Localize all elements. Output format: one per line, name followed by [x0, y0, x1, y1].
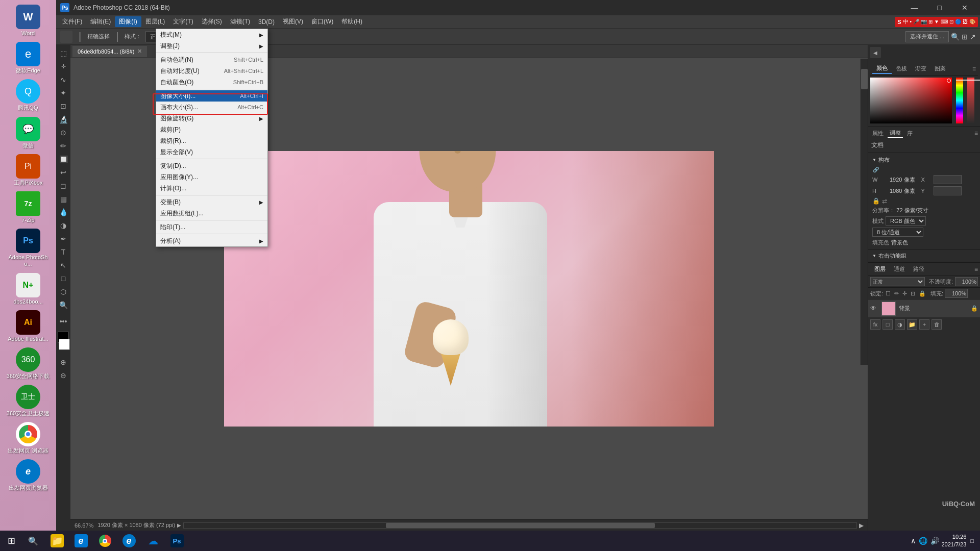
image-dropdown-menu: 模式(M) ▶ 调整(J) ▶ 自动色调(N) Shift+Ctrl+L 自动对…: [156, 29, 268, 247]
icon-label-edge: 微软Edge: [16, 67, 40, 74]
taskbar-tray: ∧ 🌐 🔊: [911, 537, 939, 545]
desktop-icon-ai[interactable]: Ai Adobe Illustrat...: [3, 308, 54, 344]
analysis-arrow: ▶: [259, 238, 263, 244]
canvas-size-label: 画布大小(S)...: [160, 103, 198, 112]
crop-label: 裁剪(P): [160, 126, 181, 134]
sep5: [156, 220, 267, 220]
image-size-label: 图像大小(I)...: [160, 92, 195, 101]
menu-analysis[interactable]: 分析(A) ▶: [156, 235, 267, 246]
ps-taskbar-icon: Ps: [170, 534, 184, 547]
desktop-icon-ps[interactable]: Ps Adobe PhotoSho...: [3, 227, 54, 269]
taskbar-items: 📁 e e ☁ Ps: [43, 531, 190, 551]
menu-image-size[interactable]: 图像大小(I)... Alt+Ctrl+I: [156, 90, 267, 102]
desktop-icon-chrome[interactable]: 出发网页 浏览器: [3, 420, 54, 456]
icon-label-360net: 360安全网络下载: [7, 373, 50, 380]
desktop-icon-7zip[interactable]: 7z 7-Zip: [3, 189, 54, 226]
notification-icon[interactable]: □: [968, 538, 976, 544]
trim-label: 裁切(R)...: [160, 137, 186, 145]
taskbar-ie[interactable]: e: [117, 531, 140, 551]
adjustments-arrow: ▶: [259, 43, 263, 49]
menu-canvas-size[interactable]: 画布大小(S)... Alt+Ctrl+C: [156, 102, 267, 113]
icon-label-ai: Adobe Illustrat...: [8, 336, 48, 342]
trap-label: 陷印(T)...: [160, 223, 185, 232]
desktop-icon-edge[interactable]: e 微软Edge: [3, 40, 54, 76]
icon-label-7zip: 7-Zip: [21, 217, 34, 223]
chrome-icon: [99, 534, 112, 547]
auto-contrast-shortcut: Alt+Shift+Ctrl+L: [224, 68, 263, 74]
desktop-icon-pixbox[interactable]: Pi 工具PiXbox: [3, 152, 54, 188]
image-rotate-label: 图像旋转(G): [160, 114, 193, 123]
variables-label: 变量(B): [160, 198, 181, 207]
menu-reveal-all[interactable]: 显示全部(V): [156, 146, 267, 158]
desktop-icon-ie[interactable]: e 出发网页浏览器: [3, 457, 54, 493]
ie-icon: e: [122, 534, 136, 547]
reveal-all-label: 显示全部(V): [160, 148, 193, 157]
edge-icon: e: [75, 534, 88, 547]
canvas-size-shortcut: Alt+Ctrl+C: [237, 104, 263, 110]
menu-trap[interactable]: 陷印(T)...: [156, 221, 267, 233]
desktop-icon-wechat[interactable]: 💬 微信: [3, 115, 54, 151]
menu-adjustments-label: 调整(J): [160, 42, 180, 51]
sep2: [156, 89, 267, 89]
menu-crop[interactable]: 裁剪(P): [156, 124, 267, 135]
desktop-icon-word[interactable]: W Word: [3, 3, 54, 39]
icon-label-npp: dbs24boo...: [13, 298, 43, 305]
search-icon: 🔍: [28, 536, 38, 546]
context-menu-overlay: 模式(M) ▶ 调整(J) ▶ 自动色调(N) Shift+Ctrl+L 自动对…: [56, 0, 980, 531]
menu-auto-tone[interactable]: 自动色调(N) Shift+Ctrl+L: [156, 54, 267, 65]
icon-label-word: Word: [21, 30, 35, 37]
icon-label-ie: 出发网页浏览器: [9, 485, 48, 491]
calculations-label: 计算(O)...: [160, 184, 186, 193]
sep1: [156, 53, 267, 53]
explorer-icon: 📁: [51, 534, 64, 547]
menu-variables[interactable]: 变量(B) ▶: [156, 196, 267, 208]
menu-auto-contrast[interactable]: 自动对比度(U) Alt+Shift+Ctrl+L: [156, 65, 267, 77]
auto-color-shortcut: Shift+Ctrl+B: [233, 79, 263, 85]
taskbar-right: ∧ 🌐 🔊 10:26 2021/7/23 □: [911, 533, 980, 549]
sep3: [156, 159, 267, 159]
duplicate-label: 复制(D)...: [160, 162, 186, 170]
sep4: [156, 195, 267, 195]
rotate-arrow: ▶: [259, 116, 263, 121]
taskbar: ⊞ 🔍 📁 e e ☁: [0, 531, 980, 551]
taskbar-ps[interactable]: Ps: [165, 531, 188, 551]
tray-expand-icon[interactable]: ∧: [911, 537, 916, 545]
menu-calculations[interactable]: 计算(O)...: [156, 183, 267, 194]
tray-volume-icon[interactable]: 🔊: [930, 537, 939, 545]
desktop: W Word e 微软Edge Q 腾讯QQ 💬 微信: [0, 0, 980, 531]
taskbar-chrome[interactable]: [93, 531, 116, 551]
mode-arrow: ▶: [259, 32, 263, 38]
apply-image-label: 应用图像(Y)...: [160, 173, 198, 182]
taskbar-edge[interactable]: e: [69, 531, 92, 551]
apply-data-label: 应用数据组(L)...: [160, 209, 204, 218]
icon-label-wechat: 微信: [22, 142, 34, 149]
menu-image-rotate[interactable]: 图像旋转(G) ▶: [156, 113, 267, 124]
menu-apply-image[interactable]: 应用图像(Y)...: [156, 171, 267, 183]
taskbar-onedrive[interactable]: ☁: [141, 531, 164, 551]
image-size-shortcut: Alt+Ctrl+I: [240, 93, 263, 99]
desktop-icon-npp[interactable]: N+ dbs24boo...: [3, 271, 54, 307]
menu-duplicate[interactable]: 复制(D)...: [156, 160, 267, 171]
clock-date: 2021/7/23: [941, 541, 966, 548]
menu-trim[interactable]: 裁切(R)...: [156, 135, 267, 146]
taskbar-clock[interactable]: 10:26 2021/7/23: [941, 533, 966, 549]
desktop-icons-container: W Word e 微软Edge Q 腾讯QQ 💬 微信: [0, 0, 56, 531]
tray-network-icon[interactable]: 🌐: [919, 537, 927, 545]
photoshop-window: Ps Adobe Photoshop CC 2018 (64-Bit) — □ …: [56, 0, 980, 531]
desktop-icon-360net[interactable]: 360 360安全网络下载: [3, 345, 54, 382]
variables-arrow: ▶: [259, 199, 263, 205]
auto-tone-shortcut: Shift+Ctrl+L: [234, 57, 263, 63]
icon-label-360safe: 360安全卫士极速: [7, 410, 50, 417]
menu-adjustments[interactable]: 调整(J) ▶: [156, 40, 267, 52]
desktop-icon-qq[interactable]: Q 腾讯QQ: [3, 77, 54, 113]
taskbar-search-button[interactable]: 🔍: [23, 531, 43, 551]
desktop-icon-360safe[interactable]: 卫士 360安全卫士极速: [3, 383, 54, 419]
start-button[interactable]: ⊞: [0, 531, 23, 551]
auto-color-label: 自动颜色(O): [160, 78, 193, 87]
taskbar-explorer[interactable]: 📁: [45, 531, 68, 551]
menu-mode[interactable]: 模式(M) ▶: [156, 29, 267, 40]
menu-mode-label: 模式(M): [160, 31, 182, 39]
menu-auto-color[interactable]: 自动颜色(O) Shift+Ctrl+B: [156, 77, 267, 88]
start-icon: ⊞: [8, 535, 15, 546]
menu-apply-data[interactable]: 应用数据组(L)...: [156, 208, 267, 219]
